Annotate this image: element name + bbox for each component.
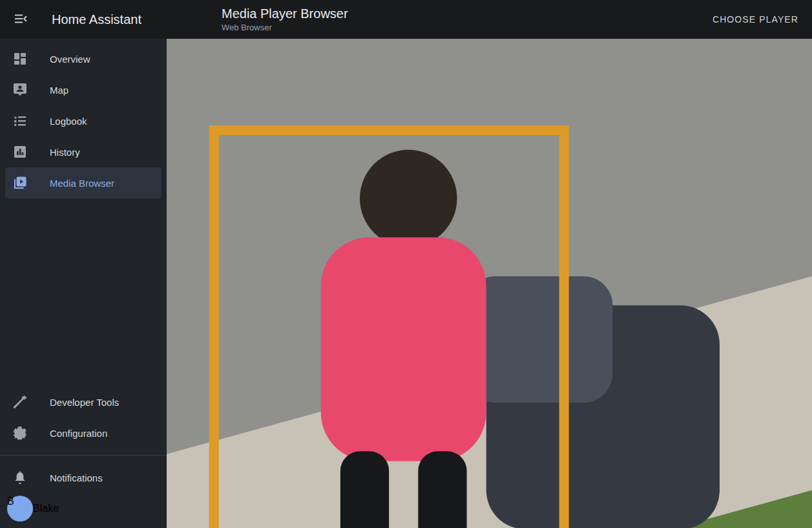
sidebar-item-label: Media Browser — [50, 178, 114, 189]
app-title: Home Assistant — [52, 12, 141, 27]
media-browser-icon — [12, 175, 28, 191]
sidebar-item-logbook[interactable]: Logbook — [5, 105, 161, 136]
chart-box-icon — [12, 144, 28, 160]
list-bulleted-icon — [12, 113, 28, 129]
sidebar-item-label: Configuration — [50, 428, 107, 439]
sidebar-item-notifications[interactable]: Notifications — [5, 462, 161, 493]
user-name: Blake — [33, 503, 59, 514]
tooltip-account-icon — [12, 82, 28, 98]
menu-open-icon — [13, 11, 28, 28]
topbar: Home Assistant Media Player Browser Web … — [0, 0, 812, 39]
view-dashboard-icon — [12, 51, 28, 67]
sidebar-nav: Overview Map — [0, 39, 167, 198]
sidebar-item-developer-tools[interactable]: Developer Tools — [5, 386, 161, 417]
user-profile[interactable]: B Blake — [5, 493, 161, 524]
sidebar-item-overview[interactable]: Overview — [5, 43, 161, 74]
sidebar: Overview Map — [0, 39, 167, 528]
page-title: Media Player Browser — [222, 6, 348, 21]
sidebar-item-history[interactable]: History — [5, 136, 161, 167]
sidebar-divider — [0, 455, 167, 456]
page-subtitle: Web Browser — [222, 23, 348, 32]
sidebar-item-label: Logbook — [50, 116, 87, 127]
sidebar-item-configuration[interactable]: Configuration — [5, 417, 161, 449]
hammer-icon — [12, 394, 28, 410]
home-assistant-app: Home Assistant Media Player Browser Web … — [0, 0, 812, 528]
sidebar-item-label: Map — [50, 85, 68, 96]
sidebar-item-label: Developer Tools — [50, 397, 119, 408]
gear-icon — [12, 425, 28, 441]
sidebar-item-label: Notifications — [50, 472, 103, 483]
sidebar-item-label: History — [50, 147, 80, 158]
sidebar-item-map[interactable]: Map — [5, 74, 161, 105]
media-player-header: Media Player Browser Web Browser — [222, 6, 348, 32]
sidebar-toggle-button[interactable] — [12, 10, 30, 28]
sidebar-spacer — [0, 198, 167, 386]
choose-player-button[interactable]: CHOOSE PLAYER — [707, 9, 804, 30]
avatar: B — [7, 496, 33, 522]
sidebar-item-media-browser[interactable]: Media Browser — [5, 167, 161, 198]
sidebar-item-label: Overview — [50, 54, 90, 65]
bell-icon — [12, 470, 28, 485]
